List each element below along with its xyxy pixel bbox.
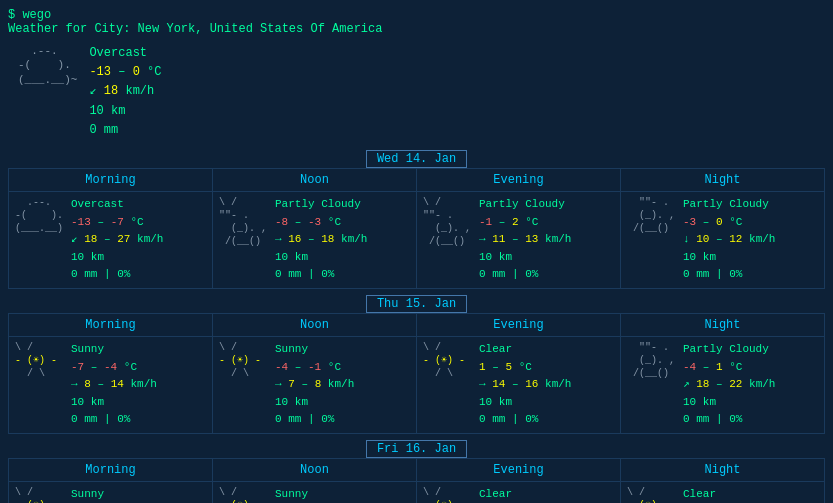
- precip: 0 mm | 0%: [479, 266, 571, 284]
- current-condition: Overcast: [89, 44, 161, 63]
- temp-range: -8 – -3 °C: [275, 214, 367, 232]
- visibility: 10 km: [275, 249, 367, 267]
- temp-range: -4 – 1 °C: [683, 359, 775, 377]
- condition: Sunny: [71, 341, 157, 359]
- weather-icon: \ / - (☀) - / \: [219, 341, 269, 380]
- temp-range: -4 – -1 °C: [275, 359, 354, 377]
- weather-icon: \ / - (☀) - / \: [423, 486, 473, 503]
- day-label: Wed 14. Jan: [366, 150, 467, 168]
- precip: 0 mm | 0%: [683, 266, 775, 284]
- weather-data-cell: \ / - (☀) - / \ Sunny -8 – -2 °C → 24 – …: [9, 482, 213, 503]
- weather-icon: \ / - (☀) - / \: [15, 486, 65, 503]
- data-row: \ / - (☀) - / \ Sunny -7 – -4 °C → 8 – 1…: [8, 337, 825, 434]
- weather-data-cell: \ / - (☀) - / \ Clear -12 – -5 °C ↓ 27 –…: [621, 482, 825, 503]
- weather-data-cell: \ / ""- . (_). , /(__() Partly Cloudy -8…: [213, 192, 417, 289]
- precip: 0 mm | 0%: [275, 266, 367, 284]
- period-header: Noon: [213, 169, 417, 192]
- visibility: 10 km: [683, 394, 775, 412]
- weather-icon: \ / - (☀) - / \: [219, 486, 269, 503]
- current-wind: ↙ 18 km/h: [89, 82, 161, 101]
- weather-data-cell: \ / - (☀) - / \ Sunny -4 – -1 °C → 7 – 8…: [213, 337, 417, 434]
- condition: Overcast: [71, 196, 163, 214]
- condition: Partly Cloudy: [683, 196, 775, 214]
- weather-info: Clear -12 – -5 °C ↓ 27 – 36 km/h 10 km 0…: [683, 486, 775, 503]
- period-header-row: MorningNoonEveningNight: [8, 168, 825, 192]
- day-header: Fri 16. Jan: [8, 440, 825, 458]
- weather-data-cell: \ / - (☀) - / \ Clear -9 – -1 °C → 30 – …: [417, 482, 621, 503]
- period-header: Night: [621, 169, 825, 192]
- wind: ↓ 10 – 12 km/h: [683, 231, 775, 249]
- period-header: Morning: [9, 169, 213, 192]
- weather-info: Overcast -13 – -7 °C ↙ 18 – 27 km/h 10 k…: [71, 196, 163, 284]
- temp-range: -1 – 2 °C: [479, 214, 571, 232]
- period-header: Night: [621, 314, 825, 337]
- day-section: Wed 14. JanMorningNoonEveningNight .--. …: [8, 150, 825, 289]
- current-visibility: 10 km: [89, 102, 161, 121]
- wind: → 7 – 8 km/h: [275, 376, 354, 394]
- weather-info: Partly Cloudy -4 – 1 °C ↗ 18 – 22 km/h 1…: [683, 341, 775, 429]
- weather-icon: \ / ""- . (_). , /(__(): [219, 196, 269, 248]
- current-weather-info: Overcast -13 – 0 °C ↙ 18 km/h 10 km 0 mm: [89, 44, 161, 140]
- condition: Sunny: [71, 486, 163, 503]
- day-header: Thu 15. Jan: [8, 295, 825, 313]
- wind: → 11 – 13 km/h: [479, 231, 571, 249]
- temp-range: -3 – 0 °C: [683, 214, 775, 232]
- weather-data-cell: \ / - (☀) - / \ Sunny -5 – 1 °C → 30 – 3…: [213, 482, 417, 503]
- period-header: Evening: [417, 314, 621, 337]
- weather-info: Clear -9 – -1 °C → 30 – 36 km/h 10 km 0 …: [479, 486, 571, 503]
- wind: → 8 – 14 km/h: [71, 376, 157, 394]
- visibility: 10 km: [71, 249, 163, 267]
- day-section: Thu 15. JanMorningNoonEveningNight\ / - …: [8, 295, 825, 434]
- temp-range: -7 – -4 °C: [71, 359, 157, 377]
- wind: → 16 – 18 km/h: [275, 231, 367, 249]
- condition: Partly Cloudy: [683, 341, 775, 359]
- period-header-row: MorningNoonEveningNight: [8, 458, 825, 482]
- weather-info: Sunny -7 – -4 °C → 8 – 14 km/h 10 km 0 m…: [71, 341, 157, 429]
- current-precip: 0 mm: [89, 121, 161, 140]
- weather-data-cell: \ / ""- . (_). , /(__() Partly Cloudy -1…: [417, 192, 621, 289]
- period-header-row: MorningNoonEveningNight: [8, 313, 825, 337]
- current-temp: -13 – 0 °C: [89, 63, 161, 82]
- period-header: Morning: [9, 459, 213, 482]
- weather-data-cell: \ / - (☀) - / \ Sunny -7 – -4 °C → 8 – 1…: [9, 337, 213, 434]
- days-container: Wed 14. JanMorningNoonEveningNight .--. …: [8, 150, 825, 503]
- period-header: Noon: [213, 459, 417, 482]
- weather-icon: \ / ""- . (_). , /(__(): [423, 196, 473, 248]
- app-name: $ wego: [8, 8, 825, 22]
- precip: 0 mm | 0%: [479, 411, 571, 429]
- period-header: Night: [621, 459, 825, 482]
- period-header: Evening: [417, 169, 621, 192]
- weather-data-cell: \ / - (☀) - / \ Clear 1 – 5 °C → 14 – 16…: [417, 337, 621, 434]
- current-weather-icon: .--.-( ).(___.__)~: [18, 44, 77, 87]
- weather-data-cell: .--. -( ). (___.__) Overcast -13 – -7 °C…: [9, 192, 213, 289]
- condition: Clear: [479, 486, 571, 503]
- condition: Clear: [683, 486, 775, 503]
- weather-info: Partly Cloudy -1 – 2 °C → 11 – 13 km/h 1…: [479, 196, 571, 284]
- precip: 0 mm | 0%: [683, 411, 775, 429]
- wind: → 14 – 16 km/h: [479, 376, 571, 394]
- weather-icon: \ / - (☀) - / \: [15, 341, 65, 380]
- weather-info: Sunny -8 – -2 °C → 24 – 35 km/h 10 km 0 …: [71, 486, 163, 503]
- weather-info: Partly Cloudy -3 – 0 °C ↓ 10 – 12 km/h 1…: [683, 196, 775, 284]
- condition: Sunny: [275, 341, 354, 359]
- day-section: Fri 16. JanMorningNoonEveningNight\ / - …: [8, 440, 825, 503]
- weather-icon: \ / - (☀) - / \: [423, 341, 473, 380]
- app-header: $ wego Weather for City: New York, Unite…: [8, 8, 825, 36]
- data-row: \ / - (☀) - / \ Sunny -8 – -2 °C → 24 – …: [8, 482, 825, 503]
- location-label: Weather for City: New York, United State…: [8, 22, 825, 36]
- temp-range: -13 – -7 °C: [71, 214, 163, 232]
- precip: 0 mm | 0%: [71, 266, 163, 284]
- period-header: Evening: [417, 459, 621, 482]
- temp-range: 1 – 5 °C: [479, 359, 571, 377]
- condition: Clear: [479, 341, 571, 359]
- weather-info: Sunny -5 – 1 °C → 30 – 35 km/h 10 km 0 m…: [275, 486, 367, 503]
- weather-data-cell: ""- . (_). , /(__() Partly Cloudy -3 – 0…: [621, 192, 825, 289]
- wind: ↗ 18 – 22 km/h: [683, 376, 775, 394]
- precip: 0 mm | 0%: [71, 411, 157, 429]
- weather-info: Clear 1 – 5 °C → 14 – 16 km/h 10 km 0 mm…: [479, 341, 571, 429]
- weather-icon: ""- . (_). , /(__(): [627, 196, 677, 235]
- visibility: 10 km: [275, 394, 354, 412]
- weather-info: Sunny -4 – -1 °C → 7 – 8 km/h 10 km 0 mm…: [275, 341, 354, 429]
- data-row: .--. -( ). (___.__) Overcast -13 – -7 °C…: [8, 192, 825, 289]
- weather-icon: \ / - (☀) - / \: [627, 486, 677, 503]
